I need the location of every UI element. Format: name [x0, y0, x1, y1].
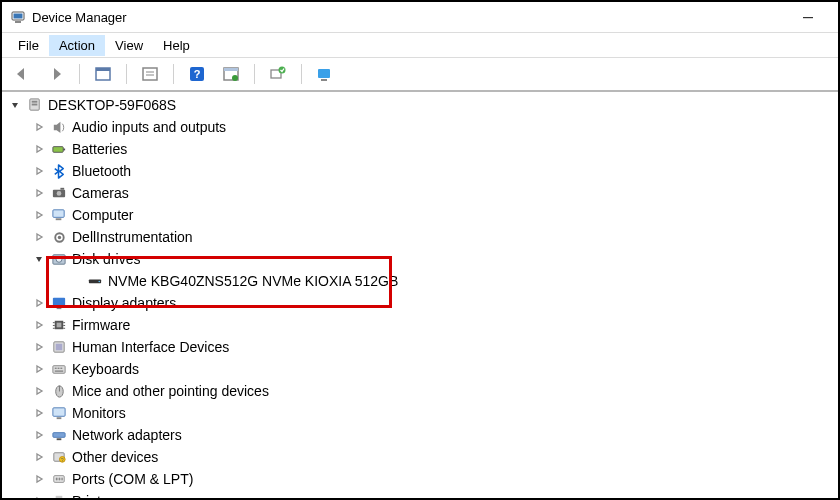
menu-view[interactable]: View — [105, 35, 153, 56]
svg-rect-19 — [32, 101, 38, 103]
menu-help[interactable]: Help — [153, 35, 200, 56]
svg-rect-62 — [59, 478, 61, 481]
expand-toggle[interactable] — [32, 318, 46, 332]
svg-rect-17 — [321, 79, 327, 81]
hid-icon — [50, 338, 68, 356]
expand-toggle[interactable] — [32, 362, 46, 376]
minimize-button[interactable] — [788, 3, 828, 31]
expand-toggle[interactable] — [32, 120, 46, 134]
expand-toggle[interactable] — [32, 252, 46, 266]
category-audio[interactable]: Audio inputs and outputs — [4, 116, 838, 138]
toolbar-separator — [301, 64, 302, 84]
disk-icon — [50, 250, 68, 268]
back-button[interactable] — [10, 62, 34, 86]
expand-toggle[interactable] — [32, 142, 46, 156]
svg-rect-56 — [57, 438, 62, 440]
svg-rect-55 — [53, 433, 65, 438]
svg-rect-53 — [53, 408, 65, 416]
svg-rect-49 — [58, 368, 60, 369]
svg-rect-50 — [60, 368, 62, 369]
category-comp[interactable]: Computer — [4, 204, 838, 226]
device-label: NVMe KBG40ZNS512G NVMe KIOXIA 512GB — [108, 270, 404, 292]
svg-rect-65 — [56, 496, 63, 498]
display-icon — [50, 294, 68, 312]
category-bt[interactable]: Bluetooth — [4, 160, 838, 182]
category-fw[interactable]: Firmware — [4, 314, 838, 336]
pc-icon — [26, 96, 44, 114]
svg-rect-61 — [56, 478, 58, 481]
svg-rect-45 — [56, 344, 63, 351]
category-disp[interactable]: Display adapters — [4, 292, 838, 314]
expand-toggle[interactable] — [32, 296, 46, 310]
toolbar: ? — [2, 58, 838, 92]
mouse-icon — [50, 382, 68, 400]
category-disk[interactable]: Disk drives — [4, 248, 838, 270]
menubar: File Action View Help — [2, 32, 838, 58]
svg-rect-54 — [57, 417, 62, 419]
expand-toggle[interactable] — [32, 472, 46, 486]
category-mouse[interactable]: Mice and other pointing devices — [4, 380, 838, 402]
svg-rect-6 — [143, 68, 157, 80]
category-label: DellInstrumentation — [72, 226, 199, 248]
svg-rect-63 — [61, 478, 62, 481]
monitor-icon — [50, 404, 68, 422]
menu-file[interactable]: File — [8, 35, 49, 56]
expand-toggle[interactable] — [32, 384, 46, 398]
expand-toggle[interactable] — [32, 186, 46, 200]
show-hide-console-button[interactable] — [91, 62, 115, 86]
expand-toggle[interactable] — [32, 494, 46, 498]
category-ports[interactable]: Ports (COM & LPT) — [4, 468, 838, 490]
tree-root[interactable]: DESKTOP-59F068S — [4, 94, 838, 116]
window-title: Device Manager — [32, 10, 127, 25]
properties-button[interactable] — [138, 62, 162, 86]
category-label: Other devices — [72, 446, 164, 468]
device-nvme[interactable]: NVMe KBG40ZNS512G NVMe KIOXIA 512GB — [4, 270, 838, 292]
camera-icon — [50, 184, 68, 202]
expand-toggle[interactable] — [8, 98, 22, 112]
expand-toggle[interactable] — [32, 406, 46, 420]
category-dell[interactable]: DellInstrumentation — [4, 226, 838, 248]
category-label: Bluetooth — [72, 160, 137, 182]
svg-rect-5 — [96, 68, 110, 71]
help-button[interactable]: ? — [185, 62, 209, 86]
toolbar-separator — [79, 64, 80, 84]
expand-toggle[interactable] — [32, 208, 46, 222]
scan-hardware-button[interactable] — [266, 62, 290, 86]
menu-action[interactable]: Action — [49, 35, 105, 56]
toolbar-separator — [173, 64, 174, 84]
drive-icon — [86, 272, 104, 290]
titlebar: Device Manager — [2, 2, 838, 32]
category-print[interactable]: Print queues — [4, 490, 838, 498]
expand-toggle[interactable] — [32, 428, 46, 442]
svg-rect-37 — [57, 323, 62, 328]
port-icon — [50, 470, 68, 488]
expand-toggle[interactable] — [32, 450, 46, 464]
toolbar-separator — [254, 64, 255, 84]
add-hardware-button[interactable] — [313, 62, 337, 86]
expand-toggle[interactable] — [32, 164, 46, 178]
category-other[interactable]: ?Other devices — [4, 446, 838, 468]
svg-rect-34 — [53, 298, 65, 306]
svg-rect-3 — [803, 17, 813, 18]
device-manager-icon — [10, 9, 26, 25]
svg-rect-48 — [55, 368, 57, 369]
expand-toggle[interactable] — [32, 230, 46, 244]
category-net[interactable]: Network adapters — [4, 424, 838, 446]
svg-rect-16 — [318, 69, 330, 78]
gear-icon — [50, 228, 68, 246]
device-tree[interactable]: DESKTOP-59F068SAudio inputs and outputsB… — [2, 92, 838, 498]
category-mon[interactable]: Monitors — [4, 402, 838, 424]
forward-button[interactable] — [44, 62, 68, 86]
category-hid[interactable]: Human Interface Devices — [4, 336, 838, 358]
other-icon: ? — [50, 448, 68, 466]
toolbar-separator — [126, 64, 127, 84]
computer-icon — [50, 206, 68, 224]
category-kbd[interactable]: Keyboards — [4, 358, 838, 380]
action-button[interactable] — [219, 62, 243, 86]
category-cam[interactable]: Cameras — [4, 182, 838, 204]
category-label: Ports (COM & LPT) — [72, 468, 199, 490]
bluetooth-icon — [50, 162, 68, 180]
svg-rect-46 — [53, 366, 65, 374]
expand-toggle[interactable] — [32, 340, 46, 354]
category-batt[interactable]: Batteries — [4, 138, 838, 160]
